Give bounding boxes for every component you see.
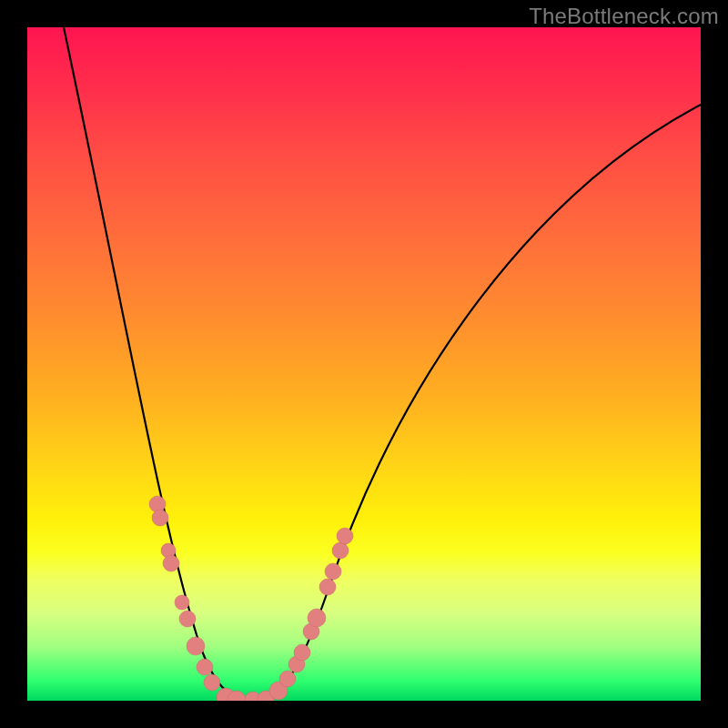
curve-marker bbox=[179, 611, 196, 627]
curve-marker bbox=[294, 644, 310, 661]
chart-svg bbox=[27, 27, 701, 701]
curve-marker bbox=[163, 555, 179, 571]
curve-marker bbox=[204, 674, 220, 691]
curve-marker bbox=[332, 542, 349, 559]
curve-marker bbox=[152, 510, 168, 526]
curve-marker bbox=[337, 528, 353, 544]
chart-frame: TheBottleneck.com bbox=[0, 0, 728, 728]
curve-marker bbox=[279, 671, 296, 687]
curve-marker bbox=[319, 579, 336, 595]
curve-marker bbox=[187, 637, 205, 655]
curve-marker bbox=[197, 659, 213, 675]
curve-marker bbox=[308, 609, 326, 627]
bottleneck-curve bbox=[64, 27, 701, 701]
curve-marker bbox=[325, 563, 341, 580]
curve-markers bbox=[149, 496, 353, 701]
watermark-text: TheBottleneck.com bbox=[529, 4, 719, 29]
curve-marker bbox=[175, 595, 189, 610]
